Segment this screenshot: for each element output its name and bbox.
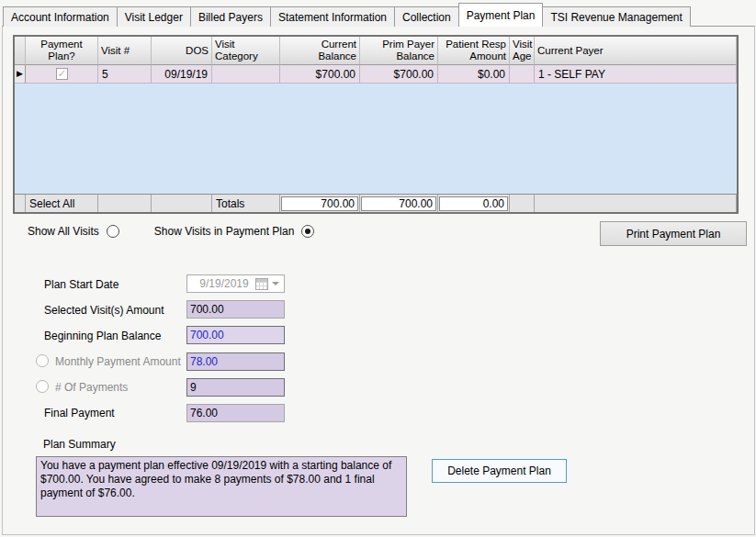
grid-header-selector xyxy=(15,37,26,65)
plan-start-date-value: 9/19/2019 xyxy=(187,277,255,290)
num-of-payments-radio[interactable] xyxy=(36,380,49,393)
cell-payment-plan[interactable]: ✓ xyxy=(26,65,98,84)
total-patient-resp-amount: 0.00 xyxy=(439,196,508,211)
select-all-button[interactable]: Select All xyxy=(26,195,98,212)
final-payment-label: Final Payment xyxy=(44,407,115,420)
tab-billed-payers[interactable]: Billed Payers xyxy=(190,6,271,27)
chevron-down-icon[interactable] xyxy=(272,282,279,285)
total-current-balance: 700.00 xyxy=(281,196,358,211)
plan-start-date-label: Plan Start Date xyxy=(44,278,118,291)
plan-start-date-field[interactable]: 9/19/2019 xyxy=(186,274,285,293)
beginning-plan-balance-input[interactable] xyxy=(186,326,285,344)
num-of-payments-label: # Of Payments xyxy=(55,381,128,394)
show-all-visits-radio[interactable] xyxy=(107,225,119,238)
cell-prim-payer-balance: $700.00 xyxy=(360,65,438,84)
cell-visit-num: 5 xyxy=(98,65,152,84)
cell-visit-age xyxy=(510,65,535,84)
cell-current-payer: 1 - SELF PAY xyxy=(535,65,737,84)
payment-plan-screen: Account Information Visit Ledger Billed … xyxy=(0,0,756,537)
cell-visit-category xyxy=(212,65,280,84)
final-payment-field[interactable] xyxy=(186,404,285,422)
total-current-balance-cell: 700.00 xyxy=(280,195,360,212)
selected-visits-amount-input[interactable] xyxy=(186,300,285,319)
final-payment-input[interactable] xyxy=(186,404,285,422)
col-header-current-balance[interactable]: Current Balance xyxy=(280,37,360,65)
table-row[interactable]: ▶ ✓ 5 09/19/19 $700.00 $700.00 $0.00 1 -… xyxy=(15,65,737,84)
tab-bar: Account Information Visit Ledger Billed … xyxy=(3,3,690,27)
footer-empty-4 xyxy=(535,195,737,212)
totals-label: Totals xyxy=(212,195,280,212)
col-header-visit-category[interactable]: Visit Category xyxy=(212,37,280,65)
visits-grid: Payment Plan? Visit # DOS Visit Category… xyxy=(13,35,739,214)
col-header-payment-plan[interactable]: Payment Plan? xyxy=(26,37,98,65)
col-header-patient-resp-amount[interactable]: Patient Resp Amount xyxy=(438,37,510,65)
grid-empty-area xyxy=(15,84,737,194)
plan-summary-text: You have a payment plan effective 09/19/… xyxy=(36,456,407,517)
tab-payment-plan[interactable]: Payment Plan xyxy=(458,3,544,27)
selected-visits-amount-field[interactable] xyxy=(186,300,285,319)
selected-visits-amount-label: Selected Visit(s) Amount xyxy=(44,304,164,317)
show-all-visits-label: Show All Visits xyxy=(28,225,99,238)
num-of-payments-input[interactable] xyxy=(186,378,285,397)
col-header-prim-payer-balance[interactable]: Prim Payer Balance xyxy=(360,37,438,65)
tab-statement-information[interactable]: Statement Information xyxy=(270,6,395,27)
beginning-plan-balance-field[interactable] xyxy=(186,326,285,344)
cell-patient-resp-amount: $0.00 xyxy=(438,65,510,84)
footer-empty-2 xyxy=(152,195,212,212)
footer-empty-3 xyxy=(510,195,535,212)
col-header-dos[interactable]: DOS xyxy=(152,37,212,65)
show-visits-in-plan-label: Show Visits in Payment Plan xyxy=(154,225,295,238)
show-visits-in-plan-radio[interactable] xyxy=(301,225,314,238)
monthly-payment-amount-field[interactable] xyxy=(186,352,285,371)
col-header-visit-num[interactable]: Visit # xyxy=(98,37,152,65)
cell-current-balance: $700.00 xyxy=(280,65,360,84)
monthly-payment-amount-label: Monthly Payment Amount xyxy=(55,355,181,368)
visit-filter-options: Show All Visits Show Visits in Payment P… xyxy=(28,223,314,240)
monthly-payment-amount-radio[interactable] xyxy=(36,354,49,367)
col-header-current-payer[interactable]: Current Payer xyxy=(535,37,737,65)
footer-empty-1 xyxy=(98,195,152,212)
checkmark-icon: ✓ xyxy=(58,67,67,80)
col-header-visit-age[interactable]: Visit Age xyxy=(510,37,535,65)
tab-account-information[interactable]: Account Information xyxy=(3,6,118,27)
cell-dos: 09/19/19 xyxy=(152,65,212,84)
grid-header-row: Payment Plan? Visit # DOS Visit Category… xyxy=(15,37,737,65)
row-selector-icon: ▶ xyxy=(17,70,23,78)
monthly-payment-amount-input[interactable] xyxy=(186,352,285,371)
payment-plan-checkbox[interactable]: ✓ xyxy=(56,68,68,80)
footer-selector-cell xyxy=(15,195,26,212)
tab-tsi-revenue-management[interactable]: TSI Revenue Management xyxy=(542,6,690,27)
tab-visit-ledger[interactable]: Visit Ledger xyxy=(117,6,191,27)
num-of-payments-field[interactable] xyxy=(186,378,285,397)
total-prim-payer-balance-cell: 700.00 xyxy=(360,195,438,212)
plan-summary-label: Plan Summary xyxy=(43,438,116,451)
grid-footer-row: Select All Totals 700.00 700.00 0.00 xyxy=(15,194,737,212)
delete-payment-plan-button[interactable]: Delete Payment Plan xyxy=(432,459,567,483)
calendar-icon[interactable] xyxy=(255,278,268,290)
tab-collection[interactable]: Collection xyxy=(394,6,459,27)
beginning-plan-balance-label: Beginning Plan Balance xyxy=(44,330,161,342)
print-payment-plan-button[interactable]: Print Payment Plan xyxy=(600,221,747,246)
row-selector-cell[interactable]: ▶ xyxy=(15,65,26,84)
total-patient-resp-amount-cell: 0.00 xyxy=(438,195,510,212)
total-prim-payer-balance: 700.00 xyxy=(361,196,436,211)
